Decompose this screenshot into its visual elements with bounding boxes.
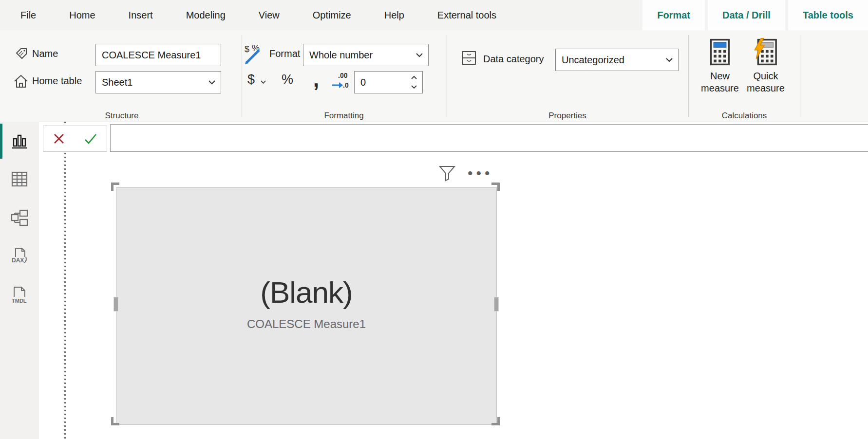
properties-group-label: Properties [475, 111, 660, 121]
resize-handle-bottom-right[interactable] [491, 417, 500, 425]
menu-insert[interactable]: Insert [112, 0, 170, 30]
svg-text:$: $ [245, 44, 249, 54]
sidebar-item-report-view[interactable] [0, 123, 39, 160]
data-category-dropdown[interactable]: Uncategorized [555, 49, 679, 71]
resize-handle-bottom-left[interactable] [111, 417, 119, 425]
menu-home[interactable]: Home [53, 0, 112, 30]
ribbon-divider [242, 35, 242, 117]
format-dropdown[interactable]: Whole number [303, 44, 429, 66]
calculator-icon [708, 38, 732, 66]
decimal-places-icon[interactable]: .00 .0 [331, 71, 351, 92]
home-table-value: Sheet1 [96, 77, 208, 88]
model-view-icon [10, 209, 29, 227]
menu-modeling[interactable]: Modeling [170, 0, 242, 30]
format-label: Format [269, 48, 300, 59]
data-category-value: Uncategorized [556, 55, 665, 66]
chevron-down-icon[interactable] [260, 80, 266, 84]
menu-help[interactable]: Help [368, 0, 421, 30]
home-table-dropdown[interactable]: Sheet1 [95, 71, 221, 93]
tmdl-view-icon: TMDL [10, 285, 29, 305]
dax-query-view-icon: DAX [10, 246, 29, 266]
card-label: COALESCE Measure1 [247, 317, 366, 331]
formula-line-number: 1 [120, 151, 129, 152]
quick-measure-label: Quick measure [737, 70, 794, 94]
quick-measure-button[interactable]: Quick measure [737, 38, 794, 94]
resize-handle-top-left[interactable] [111, 183, 119, 191]
ribbon: Name Home table Sheet1 Structure $ % [0, 30, 868, 122]
svg-text:.00: .00 [338, 72, 348, 79]
name-label: Name [32, 48, 58, 59]
data-category-icon [461, 50, 477, 68]
svg-text:TMDL: TMDL [12, 298, 27, 304]
powerbi-window: File Home Insert Modeling View Optimize … [0, 0, 868, 439]
measure-name-input[interactable] [96, 50, 221, 61]
menu-view[interactable]: View [242, 0, 296, 30]
decimal-places-stepper[interactable]: 0 [354, 71, 423, 93]
svg-text:.0: .0 [343, 81, 349, 89]
chevron-down-icon [665, 57, 673, 62]
report-view-icon [10, 132, 29, 150]
tag-icon [14, 46, 29, 63]
card-value: (Blank) [260, 275, 352, 310]
stepper-arrows-icon[interactable] [411, 75, 417, 90]
more-options-icon[interactable]: ••• [468, 165, 493, 182]
sidebar-item-model-view[interactable] [0, 200, 39, 237]
formatting-group-label: Formatting [251, 111, 436, 121]
resize-handle-middle-right[interactable] [494, 297, 499, 311]
menu-external-tools[interactable]: External tools [421, 0, 513, 30]
table-view-icon [10, 170, 29, 188]
format-painter-icon[interactable]: $ % [244, 44, 266, 67]
sidebar-item-table-view[interactable] [0, 161, 39, 198]
home-table-label: Home table [32, 75, 82, 87]
resize-handle-top-right[interactable] [491, 183, 500, 191]
thousands-separator-button[interactable]: , [313, 67, 319, 91]
decimal-places-value: 0 [355, 77, 411, 88]
card-visual[interactable]: (Blank) COALESCE Measure1 [116, 187, 497, 425]
measure-name-field[interactable] [95, 44, 221, 66]
home-icon [13, 73, 29, 91]
chevron-down-icon [415, 53, 423, 57]
svg-text:DAX: DAX [12, 257, 24, 264]
structure-group-label: Structure [29, 111, 214, 121]
formula-bar[interactable]: 1 COALESCE Measure1 = COALESCE(BLANK(), … [110, 124, 868, 152]
ribbon-divider [447, 35, 447, 117]
menu-file[interactable]: File [0, 0, 53, 30]
format-value: Whole number [303, 50, 415, 61]
cancel-formula-button[interactable] [52, 132, 66, 146]
active-view-indicator [0, 124, 2, 159]
ribbon-divider [688, 35, 689, 117]
tab-table-tools[interactable]: Table tools [788, 0, 868, 30]
commit-formula-button[interactable] [83, 132, 98, 146]
sidebar-item-tmdl-view[interactable]: TMDL [0, 276, 39, 313]
visual-hover-toolbar: ••• [438, 165, 493, 182]
percent-format-button[interactable]: % [282, 72, 293, 87]
filter-icon[interactable] [438, 165, 456, 182]
tab-format[interactable]: Format [642, 0, 705, 30]
view-sidebar: DAX TMDL [0, 122, 39, 439]
chevron-down-icon [208, 80, 216, 85]
contextual-tabs: Format Data / Drill Table tools [642, 0, 868, 30]
tab-data-drill[interactable]: Data / Drill [708, 0, 785, 30]
data-category-label: Data category [483, 54, 544, 65]
currency-format-button[interactable]: $ [247, 72, 255, 87]
quick-measure-icon [754, 38, 777, 66]
resize-handle-middle-left[interactable] [113, 297, 118, 311]
ribbon-divider [800, 35, 800, 117]
menu-optimize[interactable]: Optimize [296, 0, 368, 30]
menu-bar: File Home Insert Modeling View Optimize … [0, 0, 868, 30]
formula-actions [43, 126, 107, 152]
sidebar-item-dax-query-view[interactable]: DAX [0, 238, 39, 274]
page-boundary-dotted-line [64, 122, 66, 439]
calculations-group-label: Calculations [652, 111, 837, 121]
